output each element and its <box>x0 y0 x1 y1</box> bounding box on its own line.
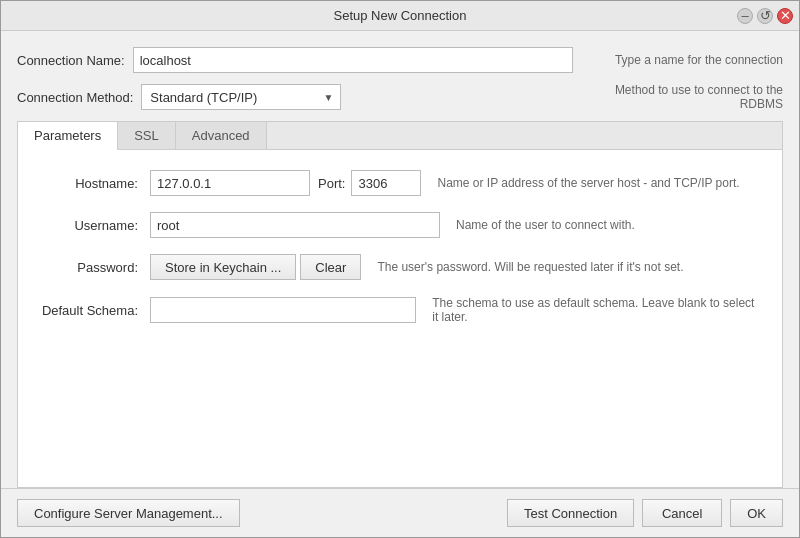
username-row: Username: Name of the user to connect wi… <box>38 212 762 238</box>
username-hint: Name of the user to connect with. <box>456 218 635 232</box>
tab-parameters[interactable]: Parameters <box>18 122 118 150</box>
minimize-button[interactable]: – <box>737 8 753 24</box>
minimize-icon: – <box>741 8 748 23</box>
connection-name-hint: Type a name for the connection <box>615 53 783 67</box>
footer: Configure Server Management... Test Conn… <box>1 488 799 537</box>
connection-name-input[interactable] <box>133 47 573 73</box>
window-title: Setup New Connection <box>334 8 467 23</box>
username-label: Username: <box>38 218 138 233</box>
main-window: Setup New Connection – ↺ ✕ Connection Na… <box>0 0 800 538</box>
restore-button[interactable]: ↺ <box>757 8 773 24</box>
window-controls: – ↺ ✕ <box>737 8 793 24</box>
default-schema-input[interactable] <box>150 297 416 323</box>
port-label: Port: <box>318 176 345 191</box>
connection-method-row: Connection Method: Standard (TCP/IP) Loc… <box>17 83 783 111</box>
footer-right: Test Connection Cancel OK <box>507 499 783 527</box>
connection-method-hint: Method to use to connect to the RDBMS <box>583 83 783 111</box>
connection-method-label: Connection Method: <box>17 90 133 105</box>
ok-button[interactable]: OK <box>730 499 783 527</box>
connection-name-row: Connection Name: Type a name for the con… <box>17 47 783 73</box>
tab-bar: Parameters SSL Advanced <box>18 122 782 150</box>
default-schema-label: Default Schema: <box>38 303 138 318</box>
tabs-container: Parameters SSL Advanced Hostname: Port: … <box>17 121 783 488</box>
tab-parameters-content: Hostname: Port: Name or IP address of th… <box>18 150 782 487</box>
tab-parameters-label: Parameters <box>34 128 101 143</box>
hostname-label: Hostname: <box>38 176 138 191</box>
default-schema-hint: The schema to use as default schema. Lea… <box>432 296 762 324</box>
cancel-button[interactable]: Cancel <box>642 499 722 527</box>
clear-button[interactable]: Clear <box>300 254 361 280</box>
password-label: Password: <box>38 260 138 275</box>
tab-ssl[interactable]: SSL <box>118 122 176 149</box>
connection-method-select[interactable]: Standard (TCP/IP) Local Socket/Pipe Stan… <box>141 84 341 110</box>
password-row: Password: Store in Keychain ... Clear Th… <box>38 254 762 280</box>
password-hint: The user's password. Will be requested l… <box>377 260 683 274</box>
username-input[interactable] <box>150 212 440 238</box>
configure-server-button[interactable]: Configure Server Management... <box>17 499 240 527</box>
close-icon: ✕ <box>780 8 791 23</box>
title-bar: Setup New Connection – ↺ ✕ <box>1 1 799 31</box>
default-schema-row: Default Schema: The schema to use as def… <box>38 296 762 324</box>
restore-icon: ↺ <box>760 8 771 23</box>
footer-left: Configure Server Management... <box>17 499 507 527</box>
store-keychain-button[interactable]: Store in Keychain ... <box>150 254 296 280</box>
close-button[interactable]: ✕ <box>777 8 793 24</box>
hostname-row: Hostname: Port: Name or IP address of th… <box>38 170 762 196</box>
tab-advanced[interactable]: Advanced <box>176 122 267 149</box>
test-connection-button[interactable]: Test Connection <box>507 499 634 527</box>
content-area: Connection Name: Type a name for the con… <box>1 31 799 488</box>
hostname-hint: Name or IP address of the server host - … <box>437 176 739 190</box>
connection-method-wrapper: Standard (TCP/IP) Local Socket/Pipe Stan… <box>141 84 341 110</box>
connection-name-label: Connection Name: <box>17 53 125 68</box>
tab-advanced-label: Advanced <box>192 128 250 143</box>
password-buttons: Store in Keychain ... Clear <box>150 254 361 280</box>
tab-ssl-label: SSL <box>134 128 159 143</box>
port-input[interactable] <box>351 170 421 196</box>
hostname-input[interactable] <box>150 170 310 196</box>
